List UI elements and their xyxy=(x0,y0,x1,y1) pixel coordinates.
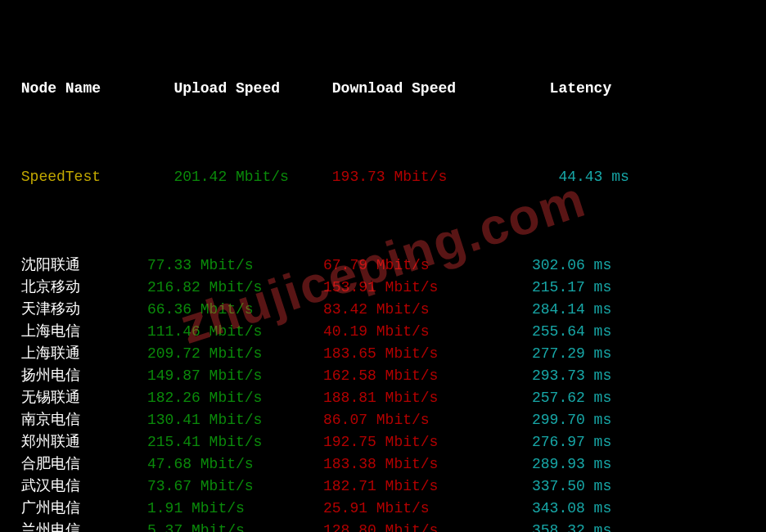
table-row: 兰州电信5.37 Mbit/s128.80 Mbit/s358.32 ms xyxy=(12,520,754,532)
table-row: 北京移动216.82 Mbit/s153.91 Mbit/s215.17 ms xyxy=(12,277,754,299)
upload-speed: 216.82 Mbit/s xyxy=(147,277,323,299)
node-name: 北京移动 xyxy=(12,277,147,299)
table-row: 南京电信130.41 Mbit/s86.07 Mbit/s299.70 ms xyxy=(12,409,754,431)
speedtest-row: SpeedTest 201.42 Mbit/s 193.73 Mbit/s 44… xyxy=(12,166,754,188)
node-name: 天津移动 xyxy=(12,299,147,321)
upload-speed: 111.46 Mbit/s xyxy=(147,321,323,343)
table-row: 上海电信111.46 Mbit/s40.19 Mbit/s255.64 ms xyxy=(12,321,754,343)
upload-speed: 73.67 Mbit/s xyxy=(147,476,323,498)
header-node-name: Node Name xyxy=(12,78,147,100)
download-speed: 128.80 Mbit/s xyxy=(323,520,532,532)
node-name: 武汉电信 xyxy=(12,476,147,498)
node-name: 郑州联通 xyxy=(12,431,147,453)
latency-value: 337.50 ms xyxy=(532,476,611,498)
latency-value: 255.64 ms xyxy=(532,321,611,343)
latency-value: 215.17 ms xyxy=(532,277,611,299)
node-name: 上海电信 xyxy=(12,321,147,343)
table-row: 郑州联通215.41 Mbit/s192.75 Mbit/s276.97 ms xyxy=(12,431,754,453)
upload-speed: 1.91 Mbit/s xyxy=(147,498,323,520)
upload-speed: 5.37 Mbit/s xyxy=(147,520,323,532)
latency-value: 277.29 ms xyxy=(532,343,611,365)
download-speed: 67.79 Mbit/s xyxy=(323,255,532,277)
download-speed: 162.58 Mbit/s xyxy=(323,365,532,387)
upload-speed: 182.26 Mbit/s xyxy=(147,387,323,409)
download-speed: 182.71 Mbit/s xyxy=(323,476,532,498)
table-row: 合肥电信47.68 Mbit/s183.38 Mbit/s289.93 ms xyxy=(12,453,754,476)
node-name: 上海联通 xyxy=(12,343,147,365)
node-name: 无锡联通 xyxy=(12,387,147,409)
header-download: Download Speed xyxy=(323,78,532,100)
download-speed: 153.91 Mbit/s xyxy=(323,277,532,299)
header-latency: Latency xyxy=(532,78,611,100)
table-row: 扬州电信149.87 Mbit/s162.58 Mbit/s293.73 ms xyxy=(12,365,754,387)
download-speed: 192.75 Mbit/s xyxy=(323,431,532,453)
table-header: Node Name Upload Speed Download Speed La… xyxy=(12,78,754,100)
download-speed: 25.91 Mbit/s xyxy=(323,498,532,520)
upload-speed: 149.87 Mbit/s xyxy=(147,365,323,387)
latency-value: 358.32 ms xyxy=(532,520,611,532)
terminal-output: Node Name Upload Speed Download Speed La… xyxy=(0,0,766,532)
upload-speed: 77.33 Mbit/s xyxy=(147,255,323,277)
upload-speed: 209.72 Mbit/s xyxy=(147,343,323,365)
upload-speed: 66.36 Mbit/s xyxy=(147,299,323,321)
latency-value: 299.70 ms xyxy=(532,409,611,431)
results-body: 沈阳联通77.33 Mbit/s67.79 Mbit/s302.06 ms 北京… xyxy=(12,255,754,532)
download-speed: 86.07 Mbit/s xyxy=(323,409,532,431)
speedtest-upload: 201.42 Mbit/s xyxy=(147,166,323,188)
latency-value: 276.97 ms xyxy=(532,431,611,453)
node-name: 扬州电信 xyxy=(12,365,147,387)
speedtest-name: SpeedTest xyxy=(12,166,147,188)
upload-speed: 47.68 Mbit/s xyxy=(147,453,323,476)
download-speed: 183.65 Mbit/s xyxy=(323,343,532,365)
speedtest-latency: 44.43 ms xyxy=(532,166,629,188)
node-name: 兰州电信 xyxy=(12,520,147,532)
latency-value: 343.08 ms xyxy=(532,498,611,520)
table-row: 上海联通209.72 Mbit/s183.65 Mbit/s277.29 ms xyxy=(12,343,754,365)
latency-value: 289.93 ms xyxy=(532,453,611,476)
table-row: 沈阳联通77.33 Mbit/s67.79 Mbit/s302.06 ms xyxy=(12,255,754,277)
download-speed: 188.81 Mbit/s xyxy=(323,387,532,409)
download-speed: 83.42 Mbit/s xyxy=(323,299,532,321)
latency-value: 284.14 ms xyxy=(532,299,611,321)
header-upload: Upload Speed xyxy=(147,78,323,100)
download-speed: 40.19 Mbit/s xyxy=(323,321,532,343)
speedtest-download: 193.73 Mbit/s xyxy=(323,166,532,188)
upload-speed: 130.41 Mbit/s xyxy=(147,409,323,431)
latency-value: 257.62 ms xyxy=(532,387,611,409)
latency-value: 302.06 ms xyxy=(532,255,611,277)
table-row: 武汉电信73.67 Mbit/s182.71 Mbit/s337.50 ms xyxy=(12,476,754,498)
latency-value: 293.73 ms xyxy=(532,365,611,387)
table-row: 广州电信1.91 Mbit/s25.91 Mbit/s343.08 ms xyxy=(12,498,754,520)
upload-speed: 215.41 Mbit/s xyxy=(147,431,323,453)
table-row: 无锡联通182.26 Mbit/s188.81 Mbit/s257.62 ms xyxy=(12,387,754,409)
node-name: 广州电信 xyxy=(12,498,147,520)
table-row: 天津移动66.36 Mbit/s83.42 Mbit/s284.14 ms xyxy=(12,299,754,321)
node-name: 沈阳联通 xyxy=(12,255,147,277)
node-name: 南京电信 xyxy=(12,409,147,431)
node-name: 合肥电信 xyxy=(12,453,147,476)
download-speed: 183.38 Mbit/s xyxy=(323,453,532,476)
